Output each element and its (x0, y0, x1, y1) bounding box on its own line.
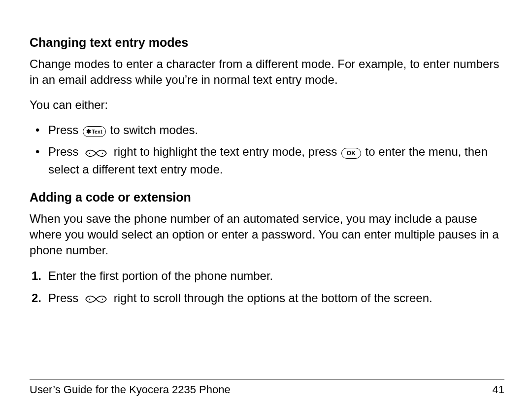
page-footer: User’s Guide for the Kyocera 2235 Phone … (30, 379, 504, 396)
ordered-steps: Enter the first portion of the phone num… (30, 268, 504, 308)
step-text: Enter the first portion of the phone num… (48, 269, 273, 282)
paragraph-intro-2: When you save the phone number of an aut… (30, 211, 504, 259)
nav-rocker-icon (83, 144, 109, 161)
nav-rocker-icon (83, 290, 109, 308)
paragraph-lead-1: You can either: (30, 97, 504, 113)
step-text-pre: Press (48, 291, 82, 305)
footer-title: User’s Guide for the Kyocera 2235 Phone (30, 383, 231, 396)
text-key-icon: ✽Text (83, 122, 106, 139)
svg-point-2 (89, 299, 91, 300)
bullet-text-pre: Press (48, 145, 82, 158)
svg-point-1 (102, 153, 103, 154)
svg-point-3 (102, 299, 103, 300)
heading-changing-text-entry-modes: Changing text entry modes (30, 34, 504, 51)
bullet-text-mid: right to highlight the text entry mode, … (114, 145, 340, 158)
ok-key-icon: OK (341, 144, 361, 161)
list-item: Press right to scroll through the option… (48, 290, 504, 308)
step-text-post: right to scroll through the options at t… (114, 291, 432, 305)
footer-rule (30, 379, 504, 379)
bullet-text-post: to switch modes. (110, 123, 199, 137)
list-item: Press ✽Text to switch modes. (48, 122, 504, 139)
page-number: 41 (493, 383, 504, 396)
list-item: Press right to highlight the text entry … (48, 143, 504, 178)
bullet-list-text-modes: Press ✽Text to switch modes. Press right… (30, 122, 504, 178)
list-item: Enter the first portion of the phone num… (48, 268, 504, 285)
heading-adding-code-extension: Adding a code or extension (30, 189, 504, 206)
svg-point-0 (89, 153, 91, 154)
bullet-text-pre: Press (48, 123, 82, 137)
manual-page: Changing text entry modes Change modes t… (0, 0, 532, 411)
paragraph-intro-1: Change modes to enter a character from a… (30, 56, 504, 88)
